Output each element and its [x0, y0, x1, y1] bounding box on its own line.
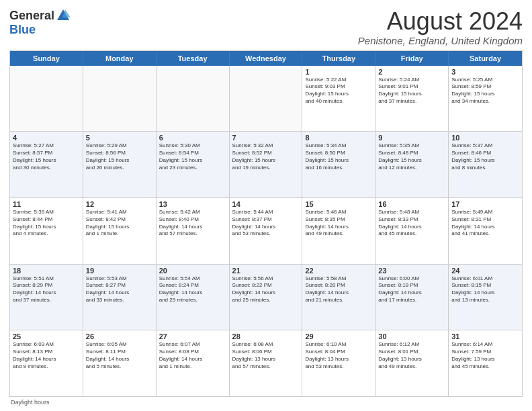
day-cell-2: 2Sunrise: 5:24 AM Sunset: 9:01 PM Daylig… [375, 66, 449, 132]
day-cell-29: 29Sunrise: 6:10 AM Sunset: 8:04 PM Dayli… [302, 330, 375, 396]
calendar-body: 1Sunrise: 5:22 AM Sunset: 9:03 PM Daylig… [10, 66, 522, 396]
logo-icon [56, 8, 71, 23]
day-info-1: Sunrise: 5:22 AM Sunset: 9:03 PM Dayligh… [305, 77, 372, 105]
day-number-19: 19 [86, 267, 153, 275]
day-info-16: Sunrise: 5:48 AM Sunset: 8:33 PM Dayligh… [378, 209, 445, 238]
day-number-6: 6 [159, 134, 226, 142]
day-cell-21: 21Sunrise: 5:56 AM Sunset: 8:22 PM Dayli… [230, 265, 303, 330]
day-number-31: 31 [451, 332, 519, 340]
header-day-wednesday: Wednesday [230, 51, 303, 66]
day-number-18: 18 [13, 267, 80, 275]
day-cell-3: 3Sunrise: 5:25 AM Sunset: 8:59 PM Daylig… [449, 66, 522, 132]
logo-general-text: General [9, 9, 54, 23]
day-number-15: 15 [305, 200, 372, 208]
calendar-row-4: 25Sunrise: 6:03 AM Sunset: 8:13 PM Dayli… [10, 330, 522, 396]
header-day-sunday: Sunday [10, 51, 83, 66]
month-title: August 2024 [358, 8, 523, 35]
day-info-13: Sunrise: 5:42 AM Sunset: 8:40 PM Dayligh… [159, 209, 226, 238]
page: General Blue August 2024 Penistone, Engl… [0, 0, 532, 411]
day-cell-11: 11Sunrise: 5:39 AM Sunset: 8:44 PM Dayli… [10, 198, 83, 264]
footer-note: Daylight hours [9, 399, 523, 406]
day-info-12: Sunrise: 5:41 AM Sunset: 8:42 PM Dayligh… [86, 209, 153, 238]
day-number-1: 1 [305, 68, 372, 76]
day-info-4: Sunrise: 5:27 AM Sunset: 8:57 PM Dayligh… [13, 142, 80, 171]
day-number-4: 4 [13, 134, 80, 142]
location: Penistone, England, United Kingdom [358, 35, 523, 46]
day-cell-14: 14Sunrise: 5:44 AM Sunset: 8:37 PM Dayli… [230, 198, 303, 264]
empty-cell-w0-d0 [10, 66, 83, 132]
day-cell-18: 18Sunrise: 5:51 AM Sunset: 8:29 PM Dayli… [10, 265, 83, 330]
day-number-11: 11 [13, 200, 80, 208]
day-info-30: Sunrise: 6:12 AM Sunset: 8:01 PM Dayligh… [378, 341, 445, 370]
day-cell-9: 9Sunrise: 5:35 AM Sunset: 8:48 PM Daylig… [375, 132, 449, 197]
empty-cell-w0-d1 [83, 66, 157, 132]
day-info-17: Sunrise: 5:49 AM Sunset: 8:31 PM Dayligh… [451, 209, 519, 238]
title-section: August 2024 Penistone, England, United K… [358, 8, 523, 46]
logo-blue-text: Blue [9, 23, 36, 37]
day-info-19: Sunrise: 5:53 AM Sunset: 8:27 PM Dayligh… [86, 275, 153, 304]
day-info-6: Sunrise: 5:30 AM Sunset: 8:54 PM Dayligh… [159, 142, 226, 171]
day-cell-4: 4Sunrise: 5:27 AM Sunset: 8:57 PM Daylig… [10, 132, 83, 197]
day-number-26: 26 [86, 332, 153, 340]
day-cell-30: 30Sunrise: 6:12 AM Sunset: 8:01 PM Dayli… [375, 330, 449, 396]
day-cell-12: 12Sunrise: 5:41 AM Sunset: 8:42 PM Dayli… [83, 198, 157, 264]
day-info-2: Sunrise: 5:24 AM Sunset: 9:01 PM Dayligh… [378, 77, 445, 105]
day-cell-19: 19Sunrise: 5:53 AM Sunset: 8:27 PM Dayli… [83, 265, 157, 330]
day-cell-10: 10Sunrise: 5:37 AM Sunset: 8:46 PM Dayli… [449, 132, 522, 197]
day-number-29: 29 [305, 332, 372, 340]
day-number-27: 27 [159, 332, 226, 340]
day-info-29: Sunrise: 6:10 AM Sunset: 8:04 PM Dayligh… [305, 341, 372, 370]
day-cell-24: 24Sunrise: 6:01 AM Sunset: 8:15 PM Dayli… [449, 265, 522, 330]
day-number-24: 24 [451, 267, 519, 275]
calendar-row-0: 1Sunrise: 5:22 AM Sunset: 9:03 PM Daylig… [10, 66, 522, 132]
day-number-17: 17 [451, 200, 519, 208]
day-info-3: Sunrise: 5:25 AM Sunset: 8:59 PM Dayligh… [451, 77, 519, 105]
header: General Blue August 2024 Penistone, Engl… [9, 8, 523, 46]
day-number-21: 21 [232, 267, 300, 275]
day-info-14: Sunrise: 5:44 AM Sunset: 8:37 PM Dayligh… [232, 209, 300, 238]
day-cell-27: 27Sunrise: 6:07 AM Sunset: 8:08 PM Dayli… [157, 330, 230, 396]
calendar: SundayMondayTuesdayWednesdayThursdayFrid… [9, 50, 523, 397]
day-info-15: Sunrise: 5:46 AM Sunset: 8:35 PM Dayligh… [305, 209, 372, 238]
header-day-tuesday: Tuesday [157, 51, 230, 66]
header-day-saturday: Saturday [449, 51, 522, 66]
day-number-22: 22 [305, 267, 372, 275]
day-number-30: 30 [378, 332, 445, 340]
day-info-22: Sunrise: 5:58 AM Sunset: 8:20 PM Dayligh… [305, 275, 372, 304]
empty-cell-w0-d3 [230, 66, 303, 132]
day-cell-1: 1Sunrise: 5:22 AM Sunset: 9:03 PM Daylig… [302, 66, 375, 132]
day-number-8: 8 [305, 134, 372, 142]
day-cell-26: 26Sunrise: 6:05 AM Sunset: 8:11 PM Dayli… [83, 330, 157, 396]
day-info-8: Sunrise: 5:34 AM Sunset: 8:50 PM Dayligh… [305, 142, 372, 171]
day-number-12: 12 [86, 200, 153, 208]
calendar-row-1: 4Sunrise: 5:27 AM Sunset: 8:57 PM Daylig… [10, 132, 522, 198]
day-cell-28: 28Sunrise: 6:08 AM Sunset: 8:06 PM Dayli… [230, 330, 303, 396]
day-info-27: Sunrise: 6:07 AM Sunset: 8:08 PM Dayligh… [159, 341, 226, 370]
day-number-9: 9 [378, 134, 445, 142]
day-info-25: Sunrise: 6:03 AM Sunset: 8:13 PM Dayligh… [13, 341, 80, 370]
day-info-21: Sunrise: 5:56 AM Sunset: 8:22 PM Dayligh… [232, 275, 300, 304]
day-number-5: 5 [86, 134, 153, 142]
day-number-7: 7 [232, 134, 300, 142]
day-info-23: Sunrise: 6:00 AM Sunset: 8:18 PM Dayligh… [378, 275, 445, 304]
day-info-20: Sunrise: 5:54 AM Sunset: 8:24 PM Dayligh… [159, 275, 226, 304]
day-info-9: Sunrise: 5:35 AM Sunset: 8:48 PM Dayligh… [378, 142, 445, 171]
day-number-10: 10 [451, 134, 519, 142]
logo: General Blue [9, 8, 71, 37]
day-number-2: 2 [378, 68, 445, 76]
calendar-row-2: 11Sunrise: 5:39 AM Sunset: 8:44 PM Dayli… [10, 198, 522, 265]
empty-cell-w0-d2 [157, 66, 230, 132]
day-info-11: Sunrise: 5:39 AM Sunset: 8:44 PM Dayligh… [13, 209, 80, 238]
header-day-thursday: Thursday [302, 51, 375, 66]
day-cell-23: 23Sunrise: 6:00 AM Sunset: 8:18 PM Dayli… [375, 265, 449, 330]
day-number-28: 28 [232, 332, 300, 340]
day-number-16: 16 [378, 200, 445, 208]
day-number-25: 25 [13, 332, 80, 340]
day-number-20: 20 [159, 267, 226, 275]
day-cell-16: 16Sunrise: 5:48 AM Sunset: 8:33 PM Dayli… [375, 198, 449, 264]
day-info-26: Sunrise: 6:05 AM Sunset: 8:11 PM Dayligh… [86, 341, 153, 370]
day-info-7: Sunrise: 5:32 AM Sunset: 8:52 PM Dayligh… [232, 142, 300, 171]
day-info-18: Sunrise: 5:51 AM Sunset: 8:29 PM Dayligh… [13, 275, 80, 304]
day-cell-22: 22Sunrise: 5:58 AM Sunset: 8:20 PM Dayli… [302, 265, 375, 330]
day-number-14: 14 [232, 200, 300, 208]
